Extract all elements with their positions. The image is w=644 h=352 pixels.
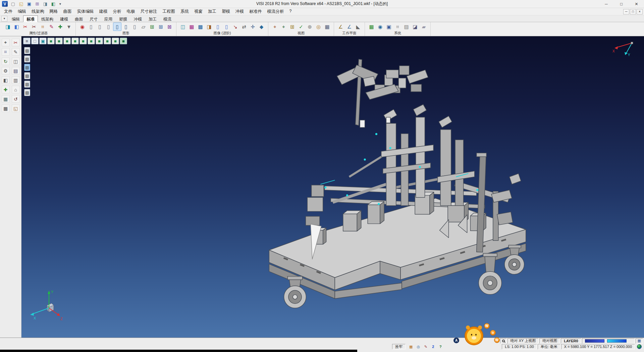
image-capture-icon[interactable]: ▦ [408,344,414,349]
minimize-button[interactable]: ─ [599,0,614,8]
add-entity-icon[interactable]: ✚ [1,85,10,94]
shading-off-icon[interactable]: □ [31,38,39,44]
clip-plane-2-icon[interactable]: ▯ [222,23,231,31]
status-abs-view[interactable]: 绝对视图 [539,338,560,344]
status-units[interactable]: 单位: 毫米 [538,344,560,349]
menu-system[interactable]: 系统 [178,8,192,15]
lighting-icon[interactable]: ◨ [205,23,213,31]
counter-badge[interactable]: 2 [430,344,436,349]
menu-standard-parts[interactable]: 标准件 [247,8,265,15]
clipboard-view-1-icon[interactable]: ▤ [24,47,30,54]
3d-viewport[interactable]: ≡□▣■■■■■■■■■■ ▤▤▤▤▤▤ [21,36,644,338]
tab-application[interactable]: 应用 [101,15,116,22]
refresh-view-icon[interactable]: ◉ [78,23,87,31]
clip-plane-icon[interactable]: ▯ [214,23,222,31]
menu-edit[interactable]: 编辑 [15,8,29,15]
cylinder-view-2-icon[interactable]: ▯ [96,23,104,31]
workplane-angle-icon[interactable]: ∠ [336,23,345,31]
child-restore-button[interactable]: □ [630,9,636,14]
menu-window[interactable]: 视窗 [192,8,205,15]
shading-on-icon[interactable]: ▣ [39,38,47,44]
menu-modeling[interactable]: 建模 [97,8,110,15]
grid-snap-icon[interactable]: ⊞ [157,23,165,31]
menu-machining[interactable]: 加工 [205,8,219,15]
view-grid-icon[interactable]: ⊞ [288,23,297,31]
select-icon[interactable]: ⌖ [1,38,10,47]
tab-stamping[interactable]: 冲模 [130,15,145,22]
add-filter-icon[interactable]: ✚ [56,23,64,31]
material-icon[interactable]: ▦ [187,23,196,31]
shaded-mode-icon[interactable]: ▯ [113,23,121,31]
view-rotate-icon[interactable]: ⊕ [306,23,314,31]
delete-filter-icon[interactable]: ✂ [30,23,38,31]
system-screen-icon[interactable]: ▣ [385,23,393,31]
taskbar-peek-strip[interactable] [0,350,357,352]
menu-help[interactable]: ? [287,8,294,15]
redline-icon[interactable]: ✎ [423,344,428,349]
menu-moldflow-analysis[interactable]: 模流分析 [265,8,287,15]
mirror-icon[interactable]: ◧ [1,76,10,84]
status-corner-icon[interactable]: ▦ [636,338,643,344]
status-lock-toggle[interactable]: 拴牢 [392,344,406,349]
print-attributes-icon[interactable]: ◨ [4,23,12,31]
pan-icon[interactable]: ↘ [231,23,239,31]
cut-filter-icon[interactable]: ✂ [21,23,30,31]
print-preview-icon[interactable]: ◧ [12,23,21,31]
menu-dimensioning[interactable]: 尺寸标注 [138,8,160,15]
move-view-icon[interactable]: ✛ [249,23,257,31]
mesh-icon[interactable]: ▦ [1,95,10,103]
view-back-icon[interactable]: ■ [71,38,79,44]
grid-off-icon[interactable]: ⊠ [165,23,174,31]
tab-moldflow[interactable]: 模流 [160,15,175,22]
status-layer[interactable]: LAYER0 [561,338,581,344]
menu-wireframe[interactable]: 线架构 [29,8,47,15]
tab-machining[interactable]: 加工 [145,15,160,22]
section-view-icon[interactable]: ▱ [139,23,148,31]
menu-solid-edit[interactable]: 实体编辑 [74,8,97,15]
child-minimize-button[interactable]: ─ [623,9,629,14]
layer-color-bars[interactable] [582,338,635,344]
zoom-fit-icon[interactable]: ⌖ [279,23,288,31]
globe-icon[interactable] [637,344,642,349]
tab-standard[interactable]: 标准 [23,15,38,22]
hatch-icon[interactable]: ▥ [11,76,20,84]
zoom-window-icon[interactable]: ◎ [416,344,421,349]
view-front-icon[interactable]: ■ [63,38,71,44]
view-orbit-icon[interactable]: ◎ [314,23,323,31]
view-top-icon[interactable]: ■ [55,38,63,44]
help-tip-icon[interactable]: ? [438,344,443,349]
menu-file[interactable]: 文件 [1,8,15,15]
clipboard-view-3-icon[interactable]: ▤ [24,64,30,71]
tab-dimension[interactable]: 尺寸 [86,15,101,22]
system-colors-icon[interactable]: ▦ [367,23,376,31]
menu-molding[interactable]: 塑模 [219,8,233,15]
clipboard-view-5-icon[interactable]: ▤ [24,81,30,88]
menu-analysis[interactable]: 分析 [110,8,124,15]
cad-model[interactable] [263,53,530,317]
child-close-button[interactable]: × [637,9,643,14]
system-bar-icon[interactable]: ▰ [420,23,428,31]
save-as-icon[interactable]: ⊞ [34,1,41,7]
layers-icon[interactable]: ◫ [11,57,20,65]
sketch-icon[interactable]: ✎ [11,48,20,56]
home-icon[interactable]: ⌂ [11,85,20,94]
workplane-face-icon[interactable]: ◣ [354,23,362,31]
clipboard-view-2-icon[interactable]: ▤ [24,55,30,62]
view-right-icon[interactable]: ■ [88,38,95,44]
table-icon[interactable]: ▤ [11,67,20,75]
grid-icon[interactable]: ⌗ [1,48,10,56]
hidden-line-icon[interactable]: ▯ [130,23,139,31]
zoom-target-icon[interactable]: ⌖ [271,23,279,31]
edit-attributes-icon[interactable]: ✎ [47,23,56,31]
view-bottom-icon[interactable]: ■ [96,38,103,44]
tab-wireframe[interactable]: 线架构 [38,15,57,22]
status-abs-xy-view[interactable]: 绝对 XY 上视图 [507,338,539,344]
circle-a-icon[interactable]: A [453,338,459,343]
render-settings-icon[interactable]: ◫ [179,23,187,31]
grid-filter-icon[interactable]: ⌗ [39,23,47,31]
menu-surface[interactable]: 曲面 [61,8,74,15]
view-iso-icon[interactable]: ■ [47,38,55,44]
status-search-icon[interactable] [500,338,507,344]
system-globe-icon[interactable]: ◉ [376,23,384,31]
menu-drafting[interactable]: 工程图 [160,8,178,15]
